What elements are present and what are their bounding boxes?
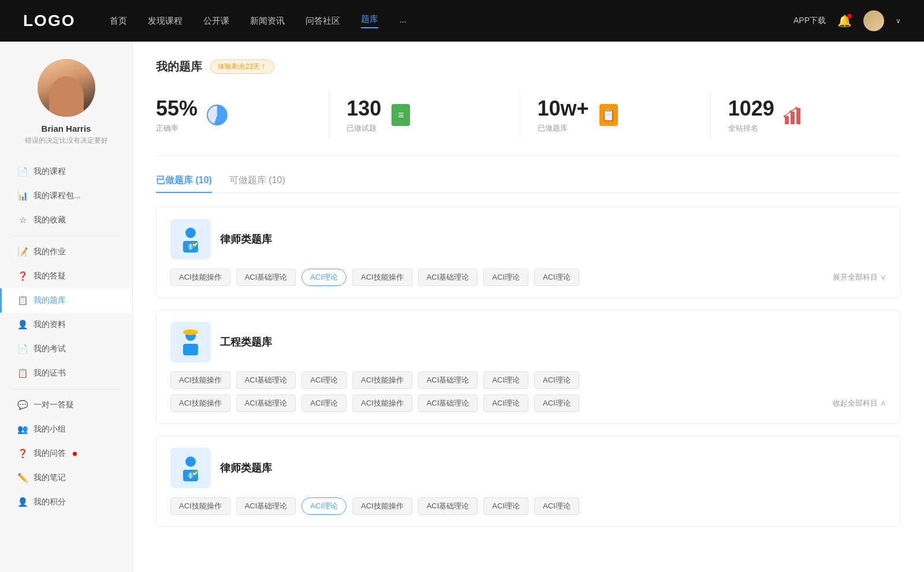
- tag-1-7[interactable]: ACI理论: [534, 269, 579, 286]
- nav-menu: 首页 发现课程 公开课 新闻资讯 问答社区 题库 ···: [110, 14, 793, 28]
- bank-card-header-3: 律师类题库: [170, 448, 886, 488]
- one-on-one-label: 一对一答疑: [33, 400, 74, 410]
- sidebar-item-my-qa[interactable]: ❓ 我的问答: [0, 441, 132, 466]
- expand-link-1[interactable]: 展开全部科目 ∨: [833, 272, 886, 283]
- sidebar: Brian Harris 错误的决定比没有决定要好 📄 我的课程 📊 我的课程包…: [0, 42, 133, 572]
- tag-3-7[interactable]: ACI理论: [534, 497, 579, 515]
- one-on-one-icon: 💬: [17, 400, 28, 410]
- tag-2-1[interactable]: ACI技能操作: [170, 372, 230, 389]
- sidebar-item-materials[interactable]: 👤 我的资料: [0, 313, 132, 337]
- tag-2-8[interactable]: ACI技能操作: [170, 395, 230, 412]
- tag-2-6[interactable]: ACI理论: [483, 372, 528, 389]
- svg-rect-11: [183, 344, 198, 355]
- profile-avatar[interactable]: [38, 59, 95, 117]
- nav-qa[interactable]: 问答社区: [305, 16, 340, 27]
- sidebar-menu: 📄 我的课程 📊 我的课程包... ☆ 我的收藏 📝 我的作业 ❓ 我的答疑 �: [0, 159, 132, 514]
- navbar-right: APP下载 🔔 ∨: [793, 10, 901, 31]
- tag-3-6[interactable]: ACI理论: [483, 497, 528, 515]
- sidebar-item-one-on-one[interactable]: 💬 一对一答疑: [0, 393, 132, 417]
- tag-2-4[interactable]: ACI技能操作: [352, 372, 412, 389]
- stat-done-b-values: 10w+ 已做题库: [538, 96, 589, 133]
- tag-2-14[interactable]: ACI理论: [534, 395, 579, 412]
- engineer-icon: [176, 328, 205, 356]
- avatar-image: [38, 59, 95, 117]
- tag-1-2[interactable]: ACI基础理论: [236, 269, 296, 286]
- question-bank-icon: 📋: [17, 295, 28, 306]
- sidebar-item-exams[interactable]: 📄 我的考试: [0, 337, 132, 361]
- tag-3-3[interactable]: ACI理论: [301, 497, 346, 515]
- tag-2-12[interactable]: ACI基础理论: [418, 395, 478, 412]
- tag-3-2[interactable]: ACI基础理论: [236, 497, 296, 515]
- tag-2-7[interactable]: ACI理论: [534, 372, 579, 389]
- sidebar-item-favorites[interactable]: ☆ 我的收藏: [0, 208, 132, 232]
- tag-3-4[interactable]: ACI技能操作: [352, 497, 412, 515]
- stat-rank-icon: [783, 103, 806, 127]
- tab-done-banks[interactable]: 已做题库 (10): [156, 174, 212, 192]
- sidebar-item-points[interactable]: 👤 我的积分: [0, 490, 132, 514]
- sidebar-item-homework[interactable]: 📝 我的作业: [0, 240, 132, 264]
- nav-more[interactable]: ···: [399, 16, 407, 26]
- stat-done-q-value: 130: [346, 96, 381, 121]
- tag-1-6[interactable]: ACI理论: [483, 269, 528, 286]
- bank-card-icon-2: [170, 322, 211, 362]
- stat-done-questions: 130 已做试题: [329, 91, 520, 139]
- course-package-label: 我的课程包...: [33, 191, 81, 201]
- nav-news[interactable]: 新闻资讯: [250, 16, 285, 27]
- bank-card-lawyer-1: 律师类题库 ACI技能操作 ACI基础理论 ACI理论 ACI技能操作 ACI基…: [156, 207, 901, 298]
- tag-2-3[interactable]: ACI理论: [301, 372, 346, 389]
- app-download-button[interactable]: APP下载: [793, 16, 826, 26]
- collapse-link-2[interactable]: 收起全部科目 ∧: [833, 398, 886, 408]
- materials-icon: 👤: [17, 320, 28, 330]
- tags-row-3: ACI技能操作 ACI基础理论 ACI理论 ACI技能操作 ACI基础理论 AC…: [170, 497, 886, 515]
- tag-1-5[interactable]: ACI基础理论: [418, 269, 478, 286]
- logo[interactable]: LOGO: [23, 12, 75, 30]
- svg-point-4: [789, 110, 792, 113]
- user-avatar[interactable]: [863, 10, 884, 31]
- page-header: 我的题库 体验剩余23天！: [156, 59, 901, 75]
- tag-3-5[interactable]: ACI基础理论: [418, 497, 478, 515]
- nav-question-bank[interactable]: 题库: [361, 14, 378, 28]
- tag-1-1[interactable]: ACI技能操作: [170, 269, 230, 286]
- tag-2-13[interactable]: ACI理论: [483, 395, 528, 412]
- favorites-icon: ☆: [17, 215, 28, 225]
- nav-discover[interactable]: 发现课程: [148, 16, 182, 27]
- materials-label: 我的资料: [33, 320, 66, 330]
- tag-3-1[interactable]: ACI技能操作: [170, 497, 230, 515]
- sidebar-item-group[interactable]: 👥 我的小组: [0, 417, 132, 441]
- tag-2-11[interactable]: ACI技能操作: [352, 395, 412, 412]
- sidebar-divider-1: [12, 236, 121, 236]
- sidebar-profile: Brian Harris 错误的决定比没有决定要好: [0, 59, 132, 146]
- tag-2-10[interactable]: ACI理论: [301, 395, 346, 412]
- sidebar-item-question-bank[interactable]: 📋 我的题库: [0, 288, 132, 313]
- tag-2-2[interactable]: ACI基础理论: [236, 372, 296, 389]
- stat-rank-value: 1029: [728, 96, 774, 121]
- stat-done-banks: 10w+ 已做题库: [520, 91, 711, 139]
- pie-chart-icon: [207, 105, 228, 125]
- sidebar-item-my-courses[interactable]: 📄 我的课程: [0, 159, 132, 184]
- bank-card-lawyer-2: 律师类题库 ACI技能操作 ACI基础理论 ACI理论 ACI技能操作 ACI基…: [156, 436, 901, 527]
- trial-badge: 体验剩余23天！: [210, 60, 274, 74]
- sidebar-item-certificates[interactable]: 📋 我的证书: [0, 361, 132, 385]
- stat-done-q-icon: [389, 103, 412, 127]
- user-menu-chevron-icon[interactable]: ∨: [896, 17, 901, 25]
- notification-bell-icon[interactable]: 🔔: [837, 14, 852, 28]
- tag-1-3[interactable]: ACI理论: [301, 269, 346, 286]
- exams-icon: 📄: [17, 344, 28, 354]
- nav-open-course[interactable]: 公开课: [203, 16, 229, 27]
- sidebar-item-course-package[interactable]: 📊 我的课程包...: [0, 184, 132, 208]
- stat-done-b-icon: [597, 103, 620, 127]
- stat-accuracy: 55% 正确率: [156, 91, 329, 139]
- svg-point-5: [795, 107, 798, 109]
- tag-2-5[interactable]: ACI基础理论: [418, 372, 478, 389]
- stat-accuracy-icon: [206, 103, 229, 127]
- tab-available-banks[interactable]: 可做题库 (10): [229, 174, 285, 192]
- tag-2-9[interactable]: ACI基础理论: [236, 395, 296, 412]
- notes-icon: ✏️: [17, 473, 28, 483]
- nav-home[interactable]: 首页: [110, 16, 127, 27]
- sidebar-item-answers[interactable]: ❓ 我的答疑: [0, 264, 132, 288]
- svg-point-6: [185, 228, 196, 238]
- sidebar-item-notes[interactable]: ✏️ 我的笔记: [0, 466, 132, 490]
- bank-card-header-2: 工程类题库: [170, 322, 886, 362]
- tag-1-4[interactable]: ACI技能操作: [352, 269, 412, 286]
- stat-rank-label: 全站排名: [728, 123, 774, 133]
